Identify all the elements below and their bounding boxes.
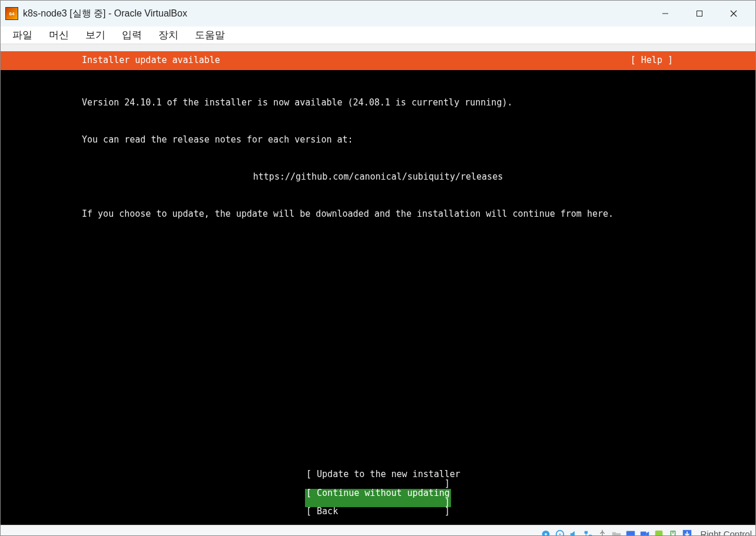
menubar: 파일 머신 보기 입력 장치 도움말 bbox=[1, 27, 755, 44]
app-icon-label: 64 bbox=[9, 11, 15, 16]
vm-statusbar: Right Control bbox=[1, 525, 755, 536]
action-update-label: Update to the new installer bbox=[317, 469, 460, 479]
action-back[interactable]: [ Back ] bbox=[305, 507, 451, 517]
virtualbox-app-icon: 64 bbox=[5, 7, 18, 20]
menu-view[interactable]: 보기 bbox=[77, 27, 114, 44]
installer-header-title: Installer update available bbox=[82, 56, 220, 65]
installer-actions: [ Update to the new installer ] [ Contin… bbox=[1, 470, 755, 517]
keyboard-captured-icon[interactable] bbox=[681, 528, 693, 537]
menu-input[interactable]: 입력 bbox=[114, 27, 150, 44]
action-continue[interactable]: [ Continue without updating ] bbox=[305, 489, 451, 508]
action-continue-label: Continue without updating bbox=[317, 488, 450, 498]
window-titlebar: 64 k8s-node3 [실행 중] - Oracle VirtualBox bbox=[1, 1, 755, 27]
harddisk-icon[interactable] bbox=[540, 528, 552, 537]
release-notes-link: https://github.com/canonical/subiquity/r… bbox=[82, 173, 674, 182]
optical-disk-icon[interactable] bbox=[554, 528, 566, 537]
display-icon[interactable] bbox=[625, 528, 636, 537]
maximize-button[interactable] bbox=[682, 4, 717, 24]
action-update[interactable]: [ Update to the new installer ] bbox=[305, 470, 451, 489]
guest-additions-icon[interactable] bbox=[653, 528, 665, 537]
installer-header-bar: Installer update available [ Help ] bbox=[1, 51, 755, 70]
svg-rect-14 bbox=[655, 530, 663, 536]
network-icon[interactable] bbox=[582, 528, 594, 537]
installer-line-version: Version 24.10.1 of the installer is now … bbox=[82, 98, 674, 108]
svg-rect-8 bbox=[585, 531, 588, 534]
mouse-integration-icon[interactable] bbox=[667, 528, 679, 537]
svg-point-5 bbox=[545, 533, 548, 535]
titlebar-left: 64 k8s-node3 [실행 중] - Oracle VirtualBox bbox=[5, 7, 187, 20]
shared-folder-icon[interactable] bbox=[611, 528, 622, 537]
close-button[interactable] bbox=[717, 4, 751, 24]
menu-machine[interactable]: 머신 bbox=[41, 27, 77, 44]
action-back-label: Back bbox=[317, 506, 338, 517]
recording-icon[interactable] bbox=[639, 528, 651, 537]
audio-icon[interactable] bbox=[568, 528, 580, 537]
menu-devices[interactable]: 장치 bbox=[150, 27, 187, 44]
window-controls bbox=[648, 4, 751, 24]
menu-help[interactable]: 도움말 bbox=[187, 27, 233, 44]
help-button[interactable]: [ Help ] bbox=[631, 56, 673, 65]
menu-file[interactable]: 파일 bbox=[4, 27, 41, 44]
installer-line-notes: You can read the release notes for each … bbox=[82, 135, 674, 145]
usb-icon[interactable] bbox=[596, 528, 608, 537]
host-key-label: Right Control bbox=[700, 529, 752, 536]
svg-rect-11 bbox=[626, 531, 635, 536]
vm-display[interactable]: Installer update available [ Help ] Vers… bbox=[1, 51, 755, 525]
installer-line-choice: If you choose to update, the update will… bbox=[82, 210, 674, 219]
minimize-button[interactable] bbox=[648, 4, 682, 24]
installer-body: Version 24.10.1 of the installer is now … bbox=[1, 70, 755, 247]
svg-rect-1 bbox=[697, 11, 702, 16]
statusbar-indicators bbox=[540, 528, 693, 537]
svg-point-6 bbox=[556, 530, 564, 536]
svg-point-7 bbox=[559, 533, 561, 535]
window-title: k8s-node3 [실행 중] - Oracle VirtualBox bbox=[23, 8, 187, 20]
svg-rect-13 bbox=[641, 531, 646, 536]
